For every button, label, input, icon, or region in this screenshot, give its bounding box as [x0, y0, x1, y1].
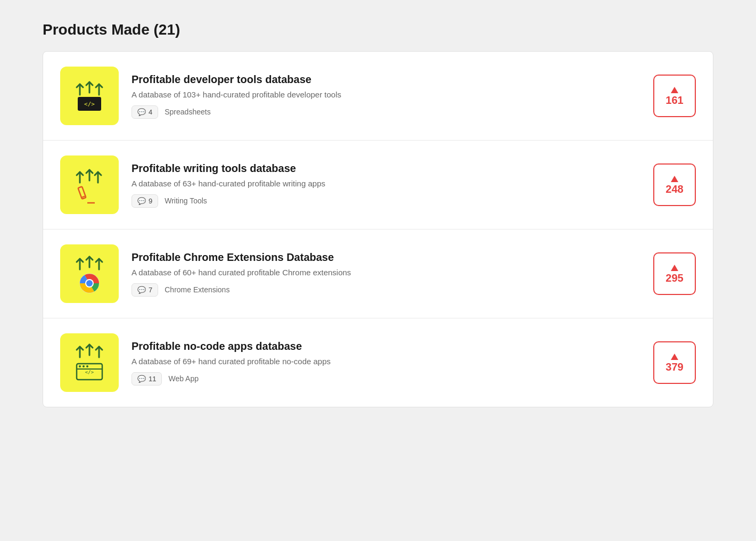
product-info-no-code-apps: Profitable no-code apps database A datab…	[132, 340, 640, 386]
svg-marker-5	[671, 87, 678, 93]
svg-marker-12	[671, 176, 678, 182]
vote-count-writing-tools: 248	[665, 184, 683, 194]
vote-count-chrome-extensions: 295	[665, 273, 683, 283]
upvote-arrow-no-code-apps	[670, 353, 679, 360]
comment-icon-chrome-extensions: 💬	[137, 286, 146, 294]
product-item-no-code-apps[interactable]: </> Profitable no-code apps database A d…	[43, 318, 713, 407]
svg-point-18	[86, 280, 93, 286]
category-tag-no-code-apps: Web App	[168, 374, 199, 383]
product-info-writing-tools: Profitable writing tools database A data…	[132, 162, 640, 208]
vote-box-dev-tools[interactable]: 161	[653, 75, 696, 117]
comment-badge-writing-tools[interactable]: 💬 9	[132, 194, 158, 208]
comment-count-writing-tools: 9	[149, 197, 152, 205]
product-description-chrome-extensions: A database of 60+ hand curated profitabl…	[132, 268, 640, 277]
svg-marker-19	[671, 265, 678, 271]
product-thumbnail-chrome-extensions	[60, 244, 119, 303]
category-tag-chrome-extensions: Chrome Extensions	[165, 285, 229, 294]
product-thumbnail-no-code-apps: </>	[60, 333, 119, 392]
comment-icon-dev-tools: 💬	[137, 108, 146, 116]
product-name-chrome-extensions: Profitable Chrome Extensions Database	[132, 251, 640, 264]
product-description-dev-tools: A database of 103+ hand-curated profitab…	[132, 90, 640, 99]
products-list: </> Profitable developer tools database …	[43, 51, 713, 407]
product-item-dev-tools[interactable]: </> Profitable developer tools database …	[43, 52, 713, 141]
category-tag-writing-tools: Writing Tools	[165, 196, 207, 205]
product-name-dev-tools: Profitable developer tools database	[132, 73, 640, 86]
product-item-chrome-extensions[interactable]: Profitable Chrome Extensions Database A …	[43, 229, 713, 318]
vote-box-writing-tools[interactable]: 248	[653, 163, 696, 206]
comment-badge-no-code-apps[interactable]: 💬 11	[132, 372, 162, 386]
svg-point-26	[79, 365, 81, 367]
product-name-no-code-apps: Profitable no-code apps database	[132, 340, 640, 353]
svg-text:</>: </>	[85, 370, 94, 375]
upvote-arrow-chrome-extensions	[670, 264, 679, 272]
comment-badge-chrome-extensions[interactable]: 💬 7	[132, 283, 158, 297]
vote-count-no-code-apps: 379	[665, 362, 683, 372]
comment-count-chrome-extensions: 7	[149, 286, 152, 294]
comment-count-dev-tools: 4	[149, 108, 152, 116]
product-thumbnail-dev-tools: </>	[60, 67, 119, 125]
category-tag-dev-tools: Spreadsheets	[165, 108, 210, 116]
svg-text:</>: </>	[84, 101, 95, 108]
product-thumbnail-writing-tools	[60, 155, 119, 214]
product-meta-writing-tools: 💬 9 Writing Tools	[132, 194, 640, 208]
comment-icon-no-code-apps: 💬	[137, 375, 146, 383]
svg-point-27	[83, 365, 85, 367]
product-description-writing-tools: A database of 63+ hand-curated profitabl…	[132, 179, 640, 188]
svg-point-28	[86, 365, 88, 367]
product-meta-dev-tools: 💬 4 Spreadsheets	[132, 105, 640, 119]
page-title: Products Made (21)	[43, 21, 713, 38]
upvote-arrow-dev-tools	[670, 86, 679, 94]
product-meta-chrome-extensions: 💬 7 Chrome Extensions	[132, 283, 640, 297]
upvote-arrow-writing-tools	[670, 175, 679, 183]
svg-line-10	[82, 196, 85, 197]
comment-count-no-code-apps: 11	[149, 375, 156, 383]
product-info-chrome-extensions: Profitable Chrome Extensions Database A …	[132, 251, 640, 297]
product-info-dev-tools: Profitable developer tools database A da…	[132, 73, 640, 119]
product-meta-no-code-apps: 💬 11 Web App	[132, 372, 640, 386]
vote-box-no-code-apps[interactable]: 379	[653, 341, 696, 384]
vote-count-dev-tools: 161	[665, 95, 683, 105]
product-description-no-code-apps: A database of 69+ hand curated profitabl…	[132, 357, 640, 366]
vote-box-chrome-extensions[interactable]: 295	[653, 252, 696, 295]
product-name-writing-tools: Profitable writing tools database	[132, 162, 640, 175]
svg-marker-29	[671, 354, 678, 360]
product-item-writing-tools[interactable]: Profitable writing tools database A data…	[43, 141, 713, 229]
comment-icon-writing-tools: 💬	[137, 197, 146, 205]
comment-badge-dev-tools[interactable]: 💬 4	[132, 105, 158, 119]
